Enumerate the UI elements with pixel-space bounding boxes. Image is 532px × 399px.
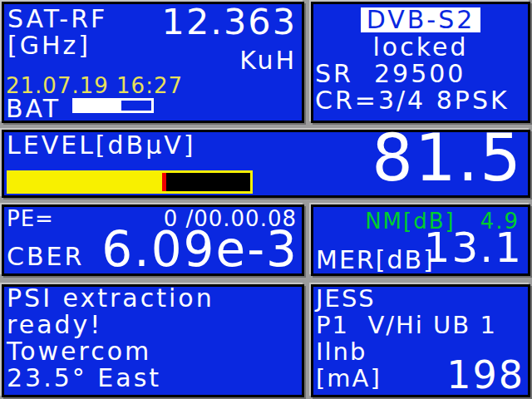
lnb-current-value: 198 <box>446 356 525 394</box>
packet-error-label: PE= <box>7 207 54 231</box>
satellite-operator: Towercom <box>7 338 299 365</box>
lock-status: locked <box>313 34 528 61</box>
level-value: 81.5 <box>372 126 523 190</box>
cber-label: CBER <box>7 244 84 270</box>
lnb-port-band: P1 V/Hi UB 1 <box>316 312 525 338</box>
frequency-value: 12.363 <box>162 2 297 41</box>
satellite-position: 23.5° East <box>7 365 299 392</box>
level-label: LEVEL[dBµV] <box>7 132 196 159</box>
level-bar-gauge <box>7 170 253 194</box>
standard-row: DVB-S2 <box>313 7 528 32</box>
meter-screen: SAT-RF [GHz] 12.363 KuH 21.07.19 16:27 B… <box>0 0 532 399</box>
panel-lnb: JESS P1 V/Hi UB 1 Ilnb [mA] 198 <box>311 284 530 397</box>
psi-status-line: PSI extraction <box>7 285 299 312</box>
level-bar-empty <box>166 173 250 191</box>
lnb-mode: JESS <box>316 285 525 312</box>
band-polarisation-label: KuH <box>239 47 297 74</box>
dvb-standard-badge: DVB-S2 <box>361 7 481 32</box>
panel-signal-quality: NM[dB] 4.9 MER[dB] 13.1 <box>311 204 530 276</box>
battery-indicator-icon <box>72 98 154 113</box>
mer-value: 13.1 <box>424 227 523 268</box>
cber-value: 6.09e-3 <box>101 225 298 273</box>
panel-psi-info: PSI extraction ready! Towercom 23.5° Eas… <box>2 284 304 397</box>
code-rate-modulation: CR=3/4 8PSK <box>315 87 510 114</box>
panel-sat-rf: SAT-RF [GHz] 12.363 KuH 21.07.19 16:27 B… <box>2 2 304 123</box>
panel-demodulator: DVB-S2 locked SR 29500 CR=3/4 8PSK <box>311 2 530 123</box>
psi-ready-line: ready! <box>7 312 299 338</box>
battery-label: BAT <box>6 96 61 122</box>
sat-rf-title: SAT-RF <box>7 6 107 32</box>
symbol-rate: SR 29500 <box>315 61 466 87</box>
frequency-unit-label: [GHz] <box>7 32 91 59</box>
psi-lines: PSI extraction ready! Towercom 23.5° Eas… <box>7 285 299 392</box>
panel-level: LEVEL[dBµV] 81.5 <box>2 130 530 198</box>
panel-error-rate: PE= 0 /00.00.08 CBER 6.09e-3 <box>2 204 304 276</box>
battery-empty-segment <box>121 101 151 111</box>
level-bar-fill <box>9 173 162 191</box>
mer-label: MER[dB] <box>316 245 435 274</box>
